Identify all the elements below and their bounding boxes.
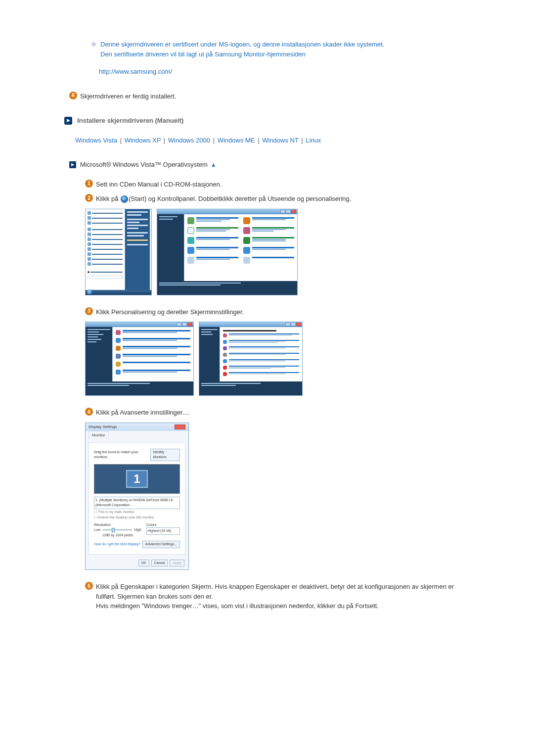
sep: | — [301, 137, 303, 144]
start-orb-icon — [87, 289, 92, 294]
badge-2: 2 — [85, 194, 93, 202]
link-me[interactable]: Windows ME — [218, 137, 255, 144]
triangle-up-icon[interactable]: ▲ — [211, 160, 217, 169]
vista-step-3: 3 Klikk Personalisering og deretter Skje… — [85, 307, 465, 317]
start-menu-screenshot — [85, 209, 152, 295]
note-line-1: Denne skjermdriveren er sertifisert unde… — [100, 41, 384, 48]
display-settings-dialog: Display Settings Monitor Drag the icons … — [85, 423, 189, 570]
sep: | — [120, 137, 122, 144]
vista-os-title-row: ▶ Microsoft® Windows Vista™ Operativsyst… — [69, 160, 465, 170]
start-menu-left — [86, 209, 125, 291]
monitor-tab: Monitor — [89, 431, 109, 439]
appearance-panel-screenshot — [85, 322, 194, 396]
control-panel-screenshot — [157, 209, 298, 295]
vista-step-2: 2 Klikk på (Start) og Kontrollpanel. Dob… — [85, 194, 465, 204]
identify-monitors-button: Identify Monitors — [150, 449, 180, 461]
screenshot-group-2 — [85, 322, 465, 396]
sep: | — [213, 137, 215, 144]
monitor-1-icon: 1 — [126, 470, 148, 488]
badge-4: 4 — [85, 408, 93, 416]
badge-3: 3 — [85, 307, 93, 315]
samsung-url-link[interactable]: http://www.samsung.com/ — [99, 68, 172, 75]
start-menu-right — [125, 209, 150, 291]
arrow-box-icon: ▶ — [64, 117, 72, 125]
link-linux[interactable]: Linux — [306, 137, 321, 144]
badge-5: 5 — [85, 582, 93, 590]
close-icon — [296, 323, 301, 326]
dialog-titlebar: Display Settings — [86, 423, 188, 431]
step-6-row: 6 Skjermdriveren er ferdig installert. — [69, 92, 465, 101]
close-icon — [175, 425, 185, 429]
asterisk-icon: ※ — [91, 40, 96, 49]
vista-step-1: 1 Sett inn CDen Manual i CD-ROM-stasjone… — [85, 180, 465, 189]
personalization-panel-screenshot — [199, 322, 303, 396]
screenshot-group-1 — [85, 209, 465, 295]
badge-6: 6 — [69, 92, 77, 99]
close-icon — [187, 323, 192, 326]
vista-os-title: Microsoft® Windows Vista™ Operativsystem — [80, 160, 208, 170]
link-2000[interactable]: Windows 2000 — [168, 137, 210, 144]
colors-label: Colors: — [146, 522, 180, 528]
resolution-value: 1280 by 1024 pixels — [94, 533, 141, 538]
vista-step-5-text: Klikk på Egenskaper i kategorien Skjerm.… — [96, 582, 465, 611]
vista-step-1-text: Sett inn CDen Manual i CD-ROM-stasjonen. — [96, 180, 222, 189]
cancel-button: Cancel — [151, 560, 168, 567]
sub-arrow-icon: ▶ — [69, 161, 76, 168]
vista-step-2-text: Klikk på (Start) og Kontrollpanel. Dobbe… — [96, 194, 351, 204]
main-monitor-checkbox: ☐ This is my main monitor — [94, 510, 180, 515]
slider-low: Low — [94, 527, 100, 533]
advanced-settings-button: Advanced Settings... — [142, 541, 180, 548]
apply-button: Apply — [170, 560, 184, 567]
step2-prefix: Klikk på — [96, 195, 120, 202]
monitor-preview-area: 1 — [94, 464, 180, 494]
manual-install-header: ▶ Installere skjermdriveren (Manuelt) — [64, 116, 465, 126]
os-links-row: Windows Vista | Windows XP | Windows 200… — [75, 136, 465, 145]
vista-step-5: 5 Klikk på Egenskaper i kategorien Skjer… — [85, 582, 465, 611]
vista-step-4-text: Klikk på Avanserte innstillinger.... — [96, 408, 189, 418]
cp-bottom-task — [157, 281, 297, 295]
resolution-label: Resolution: — [94, 522, 141, 528]
close-icon — [291, 210, 296, 213]
step-6-text: Skjermdriveren er ferdig installert. — [80, 92, 176, 101]
sep: | — [164, 137, 165, 144]
vista-step-3-text: Klikk Personalisering og deretter Skjerm… — [96, 307, 244, 317]
ok-button: OK — [138, 560, 149, 567]
note-line-2: Den sertifiserte driveren vil bli lagt u… — [100, 50, 306, 58]
dialog-title: Display Settings — [89, 424, 117, 430]
manual-install-title: Installere skjermdriveren (Manuelt) — [77, 116, 183, 126]
badge-1: 1 — [85, 180, 93, 188]
certification-note: ※ Denne skjermdriveren er sertifisert un… — [91, 40, 465, 77]
link-vista[interactable]: Windows Vista — [75, 137, 117, 144]
link-xp[interactable]: Windows XP — [125, 137, 161, 144]
link-nt[interactable]: Windows NT — [262, 137, 298, 144]
monitor-select: 1. (Multiple Monitors) on NVIDIA GeForce… — [94, 497, 180, 509]
vista-step-4: 4 Klikk på Avanserte innstillinger.... — [85, 408, 465, 418]
sep: | — [258, 137, 259, 144]
dialog-buttons: OK Cancel Apply — [86, 558, 188, 570]
extend-desktop-checkbox: ☐ Extend the desktop onto this monitor — [94, 515, 180, 520]
slider-high: High — [134, 527, 141, 533]
window-titlebar — [157, 209, 297, 214]
drag-text: Drag the icons to match your monitors. — [94, 450, 150, 460]
resolution-slider: Low High — [94, 527, 141, 533]
step2-suffix: (Start) og Kontrollpanel. Dobbeltklikk d… — [129, 195, 351, 202]
colors-select: Highest (32 bit) — [146, 527, 180, 535]
start-orb-icon — [121, 195, 128, 203]
best-display-link: How do I get the best display? — [94, 542, 140, 547]
